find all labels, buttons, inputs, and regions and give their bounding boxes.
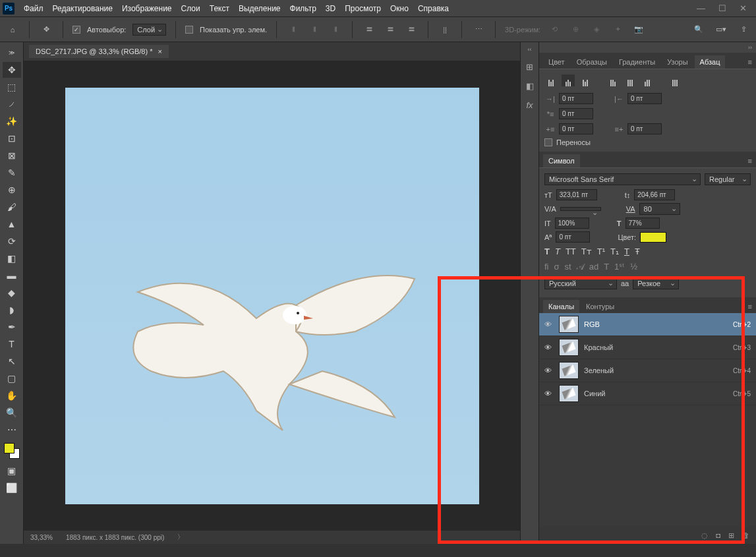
tab-gradients[interactable]: Градиенты	[614, 55, 660, 69]
dock-properties-icon[interactable]: ⊞	[526, 62, 533, 72]
titling-button[interactable]: ad	[589, 262, 598, 272]
save-selection-icon[interactable]: ◘	[716, 531, 720, 539]
tab-paths[interactable]: Контуры	[581, 300, 620, 313]
bold-button[interactable]: T	[544, 247, 550, 256]
channel-green[interactable]: 👁 Зеленый Ctrl+4	[539, 359, 756, 382]
stamp-tool[interactable]: ▲	[3, 216, 21, 232]
workspace-icon[interactable]: ▭▾	[714, 22, 728, 37]
baseline-input[interactable]	[556, 231, 590, 243]
channel-red[interactable]: 👁 Красный Ctrl+3	[539, 336, 756, 359]
leading-input[interactable]	[634, 189, 675, 200]
status-chevron-icon[interactable]: 〉	[177, 533, 184, 542]
align-right-icon[interactable]: ⦀	[328, 22, 343, 37]
move-tool[interactable]: ✥	[3, 62, 21, 78]
move-tool-icon[interactable]: ✥	[39, 22, 53, 37]
fraction-half-button[interactable]: ½	[630, 262, 637, 272]
color-swatches[interactable]	[4, 443, 20, 459]
italic-button[interactable]: T	[555, 247, 560, 256]
first-line-input[interactable]	[559, 108, 593, 119]
menu-3d[interactable]: 3D	[326, 4, 335, 13]
canvas-viewport[interactable]	[24, 61, 520, 531]
visibility-icon[interactable]: 👁	[544, 366, 554, 374]
ligature-fi-button[interactable]: fi	[544, 262, 549, 272]
minimize-button[interactable]: —	[697, 3, 705, 13]
gradient-tool[interactable]: ▬	[3, 268, 21, 283]
fraction-1st-button[interactable]: 1ˢᵗ	[614, 262, 625, 272]
panels-collapse-icon[interactable]: ››	[539, 42, 756, 53]
menu-image[interactable]: Изображение	[122, 4, 172, 13]
align-center-icon[interactable]: ⦀	[307, 22, 322, 37]
3d-orbit-icon[interactable]: ⟲	[547, 22, 562, 37]
blur-tool[interactable]: ◆	[3, 285, 21, 301]
tab-swatches[interactable]: Образцы	[571, 55, 612, 69]
indent-left-input[interactable]	[559, 93, 593, 104]
pen-tool[interactable]: ✒	[3, 319, 21, 335]
menu-file[interactable]: Файл	[24, 4, 44, 13]
menu-edit[interactable]: Редактирование	[53, 4, 113, 13]
dock-adjust-icon[interactable]: ◧	[526, 81, 534, 91]
channel-rgb[interactable]: 👁 RGB Ctrl+2	[539, 313, 756, 336]
font-family-dropdown[interactable]: Microsoft Sans Serif	[544, 173, 701, 185]
strike-button[interactable]: Ŧ	[635, 247, 640, 256]
distribute-h-icon[interactable]: ||	[438, 22, 452, 37]
auto-select-dropdown[interactable]: Слой	[132, 24, 166, 36]
dock-collapse-icon[interactable]: ‹‹	[528, 46, 532, 53]
3d-camera-icon[interactable]: 📷	[631, 22, 646, 37]
antialias-dropdown[interactable]: Резкое	[633, 278, 679, 289]
allcaps-button[interactable]: TT	[566, 247, 576, 256]
space-before-input[interactable]	[559, 123, 593, 134]
load-selection-icon[interactable]: ◌	[701, 531, 708, 540]
marquee-tool[interactable]: ⬚	[3, 79, 21, 95]
eyedropper-tool[interactable]: ✎	[3, 165, 21, 181]
frame-tool[interactable]: ⊠	[3, 148, 21, 163]
healing-tool[interactable]: ⊕	[3, 182, 21, 198]
font-style-dropdown[interactable]: Regular	[705, 173, 751, 185]
swash-button[interactable]: 𝒜	[577, 262, 584, 272]
collapse-icon[interactable]: ≫	[3, 45, 21, 61]
hand-tool[interactable]: ✋	[3, 388, 21, 403]
para-align-right[interactable]	[579, 74, 592, 86]
para-align-center[interactable]	[562, 74, 575, 86]
close-button[interactable]: ✕	[740, 3, 747, 13]
visibility-icon[interactable]: 👁	[544, 320, 554, 328]
ordinal-button[interactable]: T	[604, 262, 609, 272]
para-justify-all[interactable]	[668, 74, 682, 86]
menu-window[interactable]: Окно	[390, 4, 409, 13]
share-icon[interactable]: ⇪	[736, 22, 751, 37]
menu-view[interactable]: Просмотр	[345, 4, 381, 13]
brush-tool[interactable]: 🖌	[3, 199, 21, 215]
home-icon[interactable]: ⌂	[5, 22, 20, 37]
language-dropdown[interactable]: Русский	[544, 278, 617, 289]
para-align-left[interactable]	[544, 74, 558, 86]
scale-v-input[interactable]	[625, 218, 660, 229]
shape-tool[interactable]: ▢	[3, 370, 21, 386]
scale-h-input[interactable]	[555, 218, 589, 229]
channels-menu-icon[interactable]: ≡	[748, 303, 752, 310]
align-top-icon[interactable]: 〓	[362, 22, 376, 37]
menu-help[interactable]: Справка	[418, 4, 449, 13]
zoom-tool[interactable]: 🔍	[3, 405, 21, 421]
tab-channels[interactable]: Каналы	[543, 300, 579, 313]
lasso-tool[interactable]: ⟋	[3, 96, 21, 112]
eraser-tool[interactable]: ◧	[3, 250, 21, 266]
3d-pan-icon[interactable]: ⊕	[568, 22, 583, 37]
screenmode-toggle[interactable]: ⬜	[3, 480, 21, 496]
dodge-tool[interactable]: ◗	[3, 302, 21, 318]
document-tab[interactable]: DSC_2717.JPG @ 33,3% (RGB/8) * ×	[29, 45, 169, 58]
dock-fx-icon[interactable]: fx	[526, 100, 533, 110]
canvas[interactable]	[65, 88, 479, 504]
tab-paragraph[interactable]: Абзац	[695, 55, 726, 69]
para-justify-center[interactable]	[624, 74, 637, 86]
3d-snap-icon[interactable]: ✦	[610, 22, 625, 37]
menu-select[interactable]: Выделение	[239, 4, 281, 13]
new-channel-icon[interactable]: ⊞	[728, 531, 734, 540]
align-bottom-icon[interactable]: 〓	[404, 22, 419, 37]
font-size-input[interactable]	[556, 189, 597, 200]
close-tab-icon[interactable]: ×	[158, 47, 161, 55]
type-tool[interactable]: T	[3, 336, 21, 352]
align-left-icon[interactable]: ⦀	[286, 22, 301, 37]
magic-wand-tool[interactable]: ✨	[3, 113, 21, 129]
underline-button[interactable]: T	[624, 247, 629, 256]
visibility-icon[interactable]: 👁	[544, 390, 554, 397]
kerning-dropdown[interactable]	[560, 207, 601, 211]
